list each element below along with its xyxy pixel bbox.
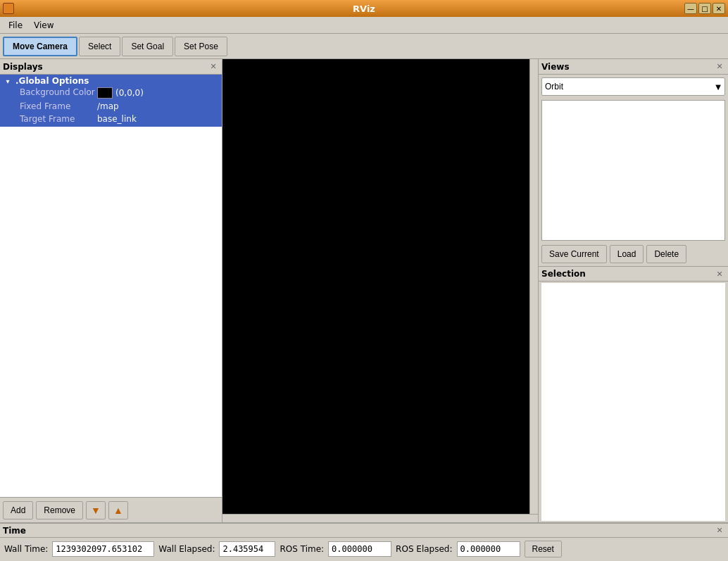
menu-bar: File View — [0, 17, 728, 34]
displays-close-icon[interactable]: ✕ — [208, 61, 219, 73]
wall-time-input[interactable] — [52, 541, 154, 557]
selection-header: Selection ✕ — [539, 266, 728, 282]
add-button[interactable]: Add — [3, 501, 33, 519]
views-dropdown[interactable]: Orbit FPS ThirdPersonFollower XYOrbit To… — [541, 77, 725, 96]
file-menu[interactable]: File — [3, 19, 28, 32]
window-controls: — □ ✕ — [684, 3, 725, 14]
bg-color-text: (0,0,0) — [115, 88, 144, 98]
restore-button[interactable]: □ — [698, 3, 711, 14]
views-header: Views ✕ — [539, 59, 728, 75]
minimize-button[interactable]: — — [684, 3, 697, 14]
close-button[interactable]: ✕ — [713, 3, 725, 14]
time-title: Time — [3, 526, 26, 536]
views-dropdown-row: Orbit FPS ThirdPersonFollower XYOrbit To… — [539, 75, 728, 99]
views-buttons: Save Current Load Delete — [539, 242, 728, 266]
delete-button[interactable]: Delete — [646, 245, 686, 263]
move-up-button[interactable]: ▲ — [108, 501, 128, 519]
selection-content — [541, 283, 725, 521]
target-frame-value: base_link — [97, 114, 216, 124]
toolbar: Move Camera Select Set Goal Set Pose — [0, 34, 728, 59]
set-goal-button[interactable]: Set Goal — [122, 37, 173, 56]
bg-color-value: (0,0,0) — [97, 87, 216, 99]
move-down-button[interactable]: ▼ — [86, 501, 106, 519]
display-prop-target-frame: Target Frame base_link — [3, 113, 219, 125]
color-swatch[interactable] — [97, 87, 113, 99]
horizontal-scrollbar[interactable] — [222, 514, 538, 522]
set-pose-button[interactable]: Set Pose — [175, 37, 227, 56]
displays-panel: Displays ✕ ▾ .Global Options Background … — [0, 59, 222, 522]
view-menu[interactable]: View — [28, 19, 59, 32]
move-camera-button[interactable]: Move Camera — [3, 37, 77, 56]
views-list — [541, 100, 725, 241]
title-bar: RViz — □ ✕ — [0, 0, 728, 17]
expand-icon: ▾ — [3, 76, 13, 86]
selection-title: Selection — [541, 269, 586, 279]
viewport[interactable] — [222, 59, 538, 522]
ros-elapsed-input[interactable] — [457, 541, 520, 557]
ros-time-input[interactable] — [328, 541, 391, 557]
views-dropdown-wrapper: Orbit FPS ThirdPersonFollower XYOrbit To… — [541, 77, 725, 96]
views-title: Views — [541, 62, 570, 72]
selection-close-icon[interactable]: ✕ — [714, 268, 725, 279]
time-header: Time ✕ — [0, 524, 728, 538]
remove-button[interactable]: Remove — [36, 501, 83, 519]
right-panel: Views ✕ Orbit FPS ThirdPersonFollower XY… — [538, 59, 728, 522]
window-icon — [3, 3, 14, 14]
displays-header: Displays ✕ — [0, 59, 222, 75]
time-close-icon[interactable]: ✕ — [714, 525, 725, 536]
views-section: Views ✕ Orbit FPS ThirdPersonFollower XY… — [539, 59, 728, 266]
display-item-row: ▾ .Global Options — [3, 76, 219, 86]
bg-color-label: Background Color — [20, 87, 97, 99]
load-button[interactable]: Load — [610, 245, 644, 263]
display-prop-bg-color: Background Color (0,0,0) — [3, 86, 219, 100]
wall-elapsed-input[interactable] — [219, 541, 275, 557]
ros-elapsed-label: ROS Elapsed: — [396, 544, 452, 554]
vertical-scrollbar[interactable] — [529, 59, 538, 514]
displays-title: Displays — [3, 62, 43, 72]
wall-elapsed-label: Wall Elapsed: — [158, 544, 215, 554]
display-prop-fixed-frame: Fixed Frame /map — [3, 100, 219, 113]
target-frame-label: Target Frame — [20, 114, 97, 124]
title-bar-left — [3, 3, 14, 14]
displays-list: ▾ .Global Options Background Color (0,0,… — [0, 75, 222, 497]
reset-button[interactable]: Reset — [525, 541, 562, 557]
fixed-frame-label: Fixed Frame — [20, 101, 97, 111]
displays-footer: Add Remove ▼ ▲ — [0, 497, 222, 522]
wall-time-label: Wall Time: — [4, 544, 48, 554]
select-button[interactable]: Select — [79, 37, 120, 56]
ros-time-label: ROS Time: — [280, 544, 324, 554]
time-fields: Wall Time: Wall Elapsed: ROS Time: ROS E… — [0, 538, 728, 560]
fixed-frame-value: /map — [97, 101, 216, 111]
display-name: .Global Options — [15, 76, 89, 86]
time-bar: Time ✕ Wall Time: Wall Elapsed: ROS Time… — [0, 522, 728, 561]
views-close-icon[interactable]: ✕ — [714, 61, 725, 73]
main-layout: Displays ✕ ▾ .Global Options Background … — [0, 59, 728, 522]
save-current-button[interactable]: Save Current — [541, 245, 607, 263]
display-item-global-options[interactable]: ▾ .Global Options Background Color (0,0,… — [0, 75, 222, 127]
selection-section: Selection ✕ — [539, 266, 728, 522]
app-title: RViz — [353, 4, 375, 14]
